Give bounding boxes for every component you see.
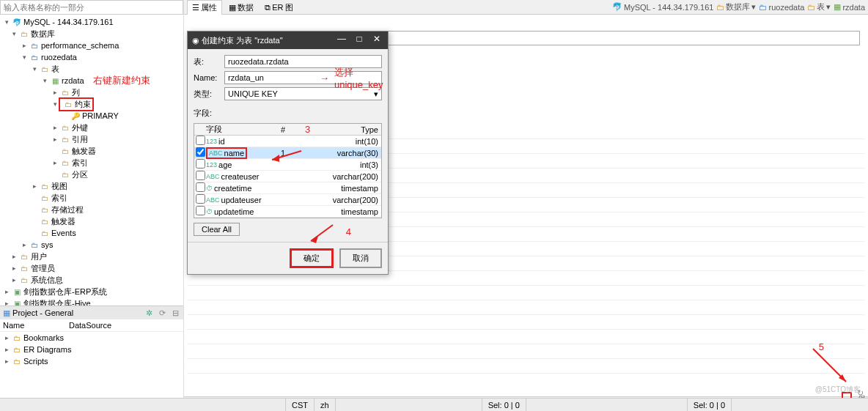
tab-data[interactable]: ▦数据 [224,1,258,15]
erp-connection[interactable]: ▸▣剑指数据仓库-ERP系统 [0,286,183,297]
project-columns: NameDataSource [0,319,183,332]
field-checkbox[interactable] [196,206,205,215]
field-row[interactable]: ⏱updatetimetimestamp [194,206,381,218]
breadcrumb-mysql[interactable]: 🐬 MySQL - 144.34.179.161 [612,1,714,12]
field-checkbox[interactable] [196,136,205,145]
data-icon: ▦ [229,3,236,12]
er-diagrams-folder[interactable]: ▸🗀ER Diagrams [0,344,183,355]
type-label: 类型: [194,89,224,100]
svg-marker-3 [272,155,279,162]
admin-folder[interactable]: ▸🗀管理员 [0,262,183,274]
er-icon: ⧉ [265,3,271,12]
props-icon: ☰ [192,3,199,12]
schema-icon: 🗀 [29,40,40,51]
field-row[interactable]: ⏱createtimetimestamp [194,182,381,194]
schema-node[interactable]: ▸🗀performance_schema [0,40,183,51]
schema-node[interactable]: ▾🗀ruozedata [0,51,183,63]
indexes-folder[interactable]: ▸🗀索引 [0,157,183,169]
app-status-bar: CST zh Sel: 0 | 0 Sel: 0 | 0 [0,398,868,411]
sysinfo-folder[interactable]: ▸🗀系统信息 [0,274,183,286]
config-icon[interactable]: ✲ [144,308,154,318]
hive-connection[interactable]: ▸▣剑指数据仓库-Hive [0,297,183,306]
events-folder[interactable]: 🗀Events [0,227,183,239]
bookmarks-folder[interactable]: ▸🗀Bookmarks [0,332,183,344]
folder-icon: 🗀 [60,134,70,144]
tab-er[interactable]: ⧉ER 图 [260,1,298,15]
field-row[interactable]: ABCcreateuservarchar(200) [194,171,381,182]
selection-2: Sel: 0 | 0 [688,399,732,411]
foreign-keys-folder[interactable]: ▸🗀外键 [0,122,183,133]
partitions-folder[interactable]: 🗀分区 [0,169,183,180]
ok-button[interactable]: 确定 [290,248,334,268]
annotation-3: 3 [305,124,310,135]
table-icon: ▦ [50,75,60,86]
views-folder[interactable]: ▸🗀视图 [0,180,183,192]
timezone: CST [286,399,315,411]
folder-icon: 🗀 [60,122,70,133]
arrow-icon [809,345,853,389]
chevron-down-icon: ▾ [374,89,378,99]
svg-line-4 [311,225,333,241]
refresh-icon[interactable]: ⟳ [157,308,167,318]
folder-icon: 🗀 [63,99,73,109]
field-row[interactable]: ABCupdateuservarchar(200) [194,194,381,206]
primary-key-node[interactable]: 🔑PRIMARY [0,110,183,122]
watermark: @51CTO博客 [815,385,861,395]
field-checkbox[interactable] [196,194,205,204]
selection-1: Sel: 0 | 0 [482,399,526,411]
tab-properties[interactable]: ☰属性 [187,0,222,15]
folder-icon: 🗀 [19,251,29,262]
connection-node[interactable]: ▾🐬MySQL - 144.34.179.161 [0,16,183,28]
collapse-icon[interactable]: ⊟ [170,308,180,318]
folder-icon: 🗀 [40,181,50,191]
triggers-folder[interactable]: 🗀触发器 [0,215,183,227]
minimize-button[interactable]: — [334,34,350,47]
field-checkbox[interactable] [196,171,205,180]
databases-folder[interactable]: ▾🗀数据库 [0,28,183,40]
create-constraint-dialog: ◉ 创建约束 为表 "rzdata" — □ ✕ 表: Name: → 选择un… [187,31,389,275]
search-input[interactable] [0,0,183,15]
breadcrumb-schema[interactable]: 🗀 ruozedata [759,1,804,12]
folder-icon: 🗀 [40,228,50,238]
field-row[interactable]: 123idint(10) [194,136,381,147]
references-folder[interactable]: ▸🗀引用 [0,133,183,145]
clear-all-button[interactable]: Clear All [194,223,240,236]
breadcrumb-db[interactable]: 🗀 数据库 ▾ [716,1,756,12]
fields-label: 字段: [194,108,382,119]
name-label: Name: [194,73,224,82]
maximize-button[interactable]: □ [351,34,367,47]
cancel-button[interactable]: 取消 [339,248,382,268]
annotation-unique: 选择unique_key [334,66,388,90]
project-panel: ▦ Project - General ✲⟳⊟ NameDataSource ▸… [0,306,183,411]
app-icon: ◉ [192,36,199,45]
users-folder[interactable]: ▸🗀用户 [0,251,183,262]
folder-icon: 🗀 [40,64,50,74]
folder-icon: 🗀 [60,146,70,156]
scripts-folder[interactable]: ▸🗀Scripts [0,355,183,367]
table-node[interactable]: ▾▦rzdata右键新建约束 [0,75,183,86]
constraints-folder[interactable]: ▾🗀约束 [0,98,183,110]
procedures-folder[interactable]: 🗀存储过程 [0,204,183,215]
folder-icon: 🗀 [19,263,29,273]
folder-icon: 🗀 [12,333,22,343]
breadcrumb-tables[interactable]: 🗀 表 ▾ [807,1,831,12]
project-header: ▦ Project - General ✲⟳⊟ [0,306,183,319]
key-icon: 🔑 [70,111,81,121]
folder-icon: 🗀 [12,356,22,366]
db-icon: ▣ [12,286,22,297]
schema-node[interactable]: ▸🗀sys [0,239,183,251]
dialog-titlebar[interactable]: ◉ 创建约束 为表 "rzdata" — □ ✕ [188,32,388,49]
indexes-folder[interactable]: 🗀索引 [0,192,183,204]
schema-icon: 🗀 [29,52,40,62]
breadcrumb-table[interactable]: ▦ rzdata [834,1,865,12]
field-checkbox[interactable] [196,159,205,169]
field-checkbox[interactable] [196,147,205,157]
close-button[interactable]: ✕ [369,34,385,47]
arrow-icon [268,149,305,163]
field-checkbox[interactable] [196,182,205,192]
db-icon: ▣ [12,298,22,306]
annotation-arrow: → [320,73,329,84]
folder-icon: 🗀 [40,193,50,203]
triggers-folder[interactable]: 🗀触发器 [0,145,183,157]
tables-folder[interactable]: ▾🗀表 [0,63,183,75]
